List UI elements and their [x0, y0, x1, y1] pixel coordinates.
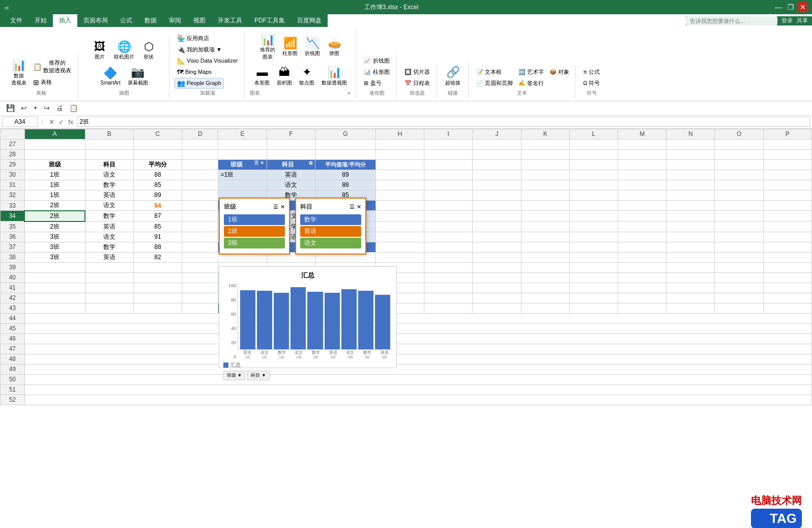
cancel-formula-button[interactable]: ✕ — [47, 118, 56, 126]
col-header-C[interactable]: C — [133, 129, 182, 139]
app-store-button[interactable]: 🏪 应用商店 — [175, 33, 212, 44]
formula-input[interactable] — [77, 117, 810, 127]
recommended-pivot-button[interactable]: 📋 推荐的数据透视表 — [31, 58, 74, 76]
col-header-E[interactable]: E — [218, 129, 267, 139]
cell-C33[interactable]: 94 — [133, 200, 182, 211]
cell-C38[interactable]: 82 — [133, 252, 182, 262]
col-header-A[interactable]: A — [24, 129, 85, 139]
col-header-P[interactable]: P — [763, 129, 811, 139]
col-header-F[interactable]: F — [267, 129, 315, 139]
tab-review[interactable]: 审阅 — [163, 14, 187, 27]
screenshot-button[interactable]: 📷 屏幕截图 — [125, 64, 151, 88]
tab-data[interactable]: 数据 — [138, 14, 163, 27]
hyperlink-button[interactable]: 🔗 超链接 — [442, 64, 463, 88]
bar-chart-button[interactable]: ▬ 条形图 — [251, 64, 273, 88]
pivot-row-30-subject[interactable]: 英语 — [267, 170, 315, 180]
cell-C34[interactable]: 87 — [133, 211, 182, 221]
bing-maps-button[interactable]: 🗺 Bing Maps — [175, 67, 214, 77]
cell-B35[interactable]: 英语 — [85, 221, 133, 232]
share-button[interactable]: 共享 — [797, 17, 808, 24]
recommended-charts-button[interactable]: 📊 推荐的图表 — [257, 31, 278, 63]
col-header-I[interactable]: I — [424, 129, 473, 139]
filter-subject-close-button[interactable]: ✕ — [357, 204, 361, 210]
undo-dropdown-button[interactable]: ▼ — [31, 104, 40, 112]
col-header-K[interactable]: K — [521, 129, 569, 139]
cell-C37[interactable]: 88 — [133, 242, 182, 252]
chart-class-slicer[interactable]: 班级 ▼ — [223, 371, 245, 380]
search-input[interactable] — [686, 16, 777, 25]
undo-button[interactable]: ↩ — [19, 103, 29, 113]
cell-C32[interactable]: 89 — [133, 190, 182, 200]
pie-chart-button[interactable]: 🥧 饼图 — [324, 35, 344, 59]
shapes-button[interactable]: ⬡ 形状 — [138, 38, 159, 63]
print-button[interactable]: 🖨 — [54, 103, 65, 113]
tab-home[interactable]: 开始 — [28, 14, 53, 27]
save-button[interactable]: 💾 — [4, 103, 17, 113]
pivot-header-subject[interactable]: 科目 ⊞ — [267, 159, 315, 170]
paste-button[interactable]: 📋 — [67, 103, 80, 113]
pivot-chart-button[interactable]: 📊 数据透视图 — [318, 64, 350, 88]
cell-B30[interactable]: 语文 — [85, 170, 133, 180]
cell-A34-selected[interactable]: 2班 — [24, 211, 85, 221]
filter-close-button[interactable]: ✕ — [280, 204, 285, 210]
cell-C36[interactable]: 91 — [133, 232, 182, 242]
login-button[interactable]: 登录 — [781, 17, 793, 24]
pivot-filter-icon[interactable]: ☰ ▼ — [254, 160, 264, 165]
cell-B37[interactable]: 数学 — [85, 242, 133, 252]
tab-baidu[interactable]: 百度网盘 — [291, 14, 328, 27]
tab-view[interactable]: 视图 — [187, 14, 212, 27]
cell-A32[interactable]: 1班 — [24, 190, 85, 200]
filter-subject-math[interactable]: 数学 — [300, 214, 361, 225]
area-chart-button[interactable]: 🏔 面积图 — [274, 64, 295, 88]
sparkline-column-button[interactable]: 📊 柱形图 — [361, 67, 392, 77]
col-header-L[interactable]: L — [569, 129, 618, 139]
cell-A31[interactable]: 1班 — [24, 180, 85, 190]
filter-sort-button[interactable]: ☰ — [273, 204, 278, 210]
col-header-J[interactable]: J — [473, 129, 521, 139]
filter-class-item-2ban[interactable]: 2班 — [224, 226, 285, 237]
signature-button[interactable]: ✍ 签名行 — [516, 78, 546, 89]
people-graph-button[interactable]: 👥 People Graph — [175, 78, 224, 89]
cell-B36[interactable]: 语文 — [85, 232, 133, 242]
tab-developer[interactable]: 开发工具 — [212, 14, 248, 27]
textbox-button[interactable]: 📝 文本框 — [474, 67, 504, 77]
tab-page-layout[interactable]: 页面布局 — [77, 14, 114, 27]
slicer-button[interactable]: 🔲 切片器 — [402, 67, 432, 77]
cell-B31[interactable]: 数学 — [85, 180, 133, 190]
cell-A35[interactable]: 2班 — [24, 221, 85, 232]
cell-B33[interactable]: 语文 — [85, 200, 133, 211]
filter-subject-chinese[interactable]: 语文 — [300, 238, 361, 248]
col-header-D[interactable]: D — [182, 129, 218, 139]
cell-C35[interactable]: 85 — [133, 221, 182, 232]
pictures-button[interactable]: 🖼 图片 — [90, 38, 110, 63]
visio-button[interactable]: 📐 Visio Data Visualizer — [175, 55, 240, 66]
line-chart-button[interactable]: 📉 折线图 — [302, 35, 323, 59]
col-header-N[interactable]: N — [666, 129, 715, 139]
cell-A38[interactable]: 3班 — [24, 252, 85, 262]
sparkline-winloss-button[interactable]: ⊞ 盈亏 — [361, 78, 384, 89]
pivot-row-31-subject[interactable]: 语文 — [267, 180, 315, 190]
scatter-chart-button[interactable]: ✦ 散点图 — [296, 64, 317, 88]
object-button[interactable]: 📦 对象 — [547, 67, 572, 77]
tab-insert[interactable]: 插入 — [53, 14, 77, 27]
timeline-button[interactable]: 📅 日程表 — [402, 78, 432, 89]
cell-B38[interactable]: 英语 — [85, 252, 133, 262]
minimize-button[interactable]: — — [773, 2, 784, 12]
cell-A29[interactable]: 班级 — [24, 159, 85, 170]
pivot-subject-filter-icon[interactable]: ⊞ — [309, 160, 313, 165]
filter-class-item-1ban[interactable]: 1班 — [224, 214, 285, 225]
header-footer-button[interactable]: 📄 页眉和页脚 — [474, 78, 515, 89]
online-pictures-button[interactable]: 🌐 联机图片 — [111, 38, 137, 63]
col-header-H[interactable]: H — [375, 129, 424, 139]
col-header-G[interactable]: G — [315, 129, 375, 139]
column-chart-button[interactable]: 📶 柱形图 — [279, 35, 301, 59]
cell-A36[interactable]: 3班 — [24, 232, 85, 242]
pivot-row-30-avg[interactable]: 89 — [315, 170, 375, 180]
filter-subject-english[interactable]: 英语 — [300, 226, 361, 237]
tab-pdf[interactable]: PDF工具集 — [248, 14, 291, 27]
table-button[interactable]: ⊞ 表格 — [31, 77, 74, 88]
tab-formula[interactable]: 公式 — [114, 14, 138, 27]
sparkline-line-button[interactable]: 📈 折线图 — [361, 55, 392, 66]
cell-B32[interactable]: 英语 — [85, 190, 133, 200]
my-addins-button[interactable]: 🔌 我的加载项 ▼ — [175, 44, 224, 55]
